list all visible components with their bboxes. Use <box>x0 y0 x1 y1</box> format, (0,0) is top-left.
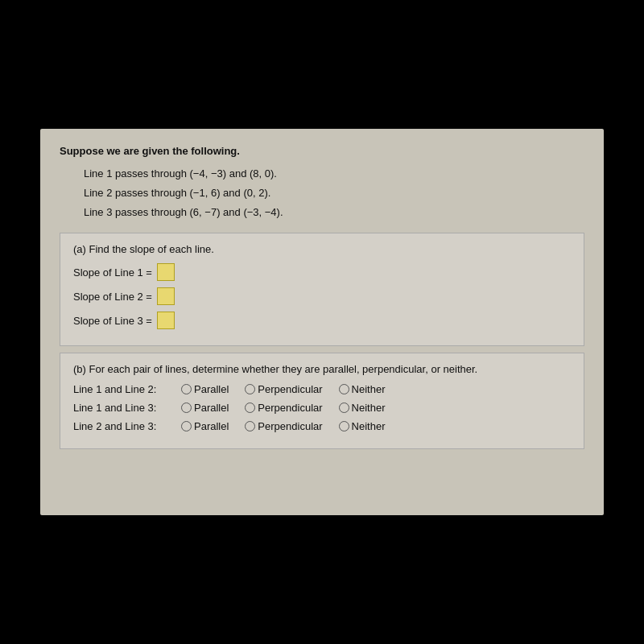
pair-row-2: Line 1 and Line 3: Parallel Perpendicula… <box>73 402 571 414</box>
pair-row-1: Line 1 and Line 2: Parallel Perpendicula… <box>73 383 571 395</box>
pair-1-perpendicular[interactable]: Perpendicular <box>245 383 322 395</box>
pair-row-3: Line 2 and Line 3: Parallel Perpendicula… <box>73 420 571 432</box>
neither-label-2: Neither <box>352 402 386 414</box>
radio-circle <box>245 402 255 413</box>
parallel-label-3: Parallel <box>194 420 229 432</box>
pair-3-parallel[interactable]: Parallel <box>181 420 229 432</box>
radio-circle <box>339 421 349 431</box>
perpendicular-label-2: Perpendicular <box>258 402 322 414</box>
radio-circle <box>181 384 192 394</box>
part-b-box: (b) For each pair of lines, determine wh… <box>60 353 584 449</box>
line-2-info: Line 2 passes through (−1, 6) and (0, 2)… <box>84 184 584 202</box>
slope-1-label: Slope of Line 1 = <box>73 266 152 279</box>
pair-1-parallel[interactable]: Parallel <box>181 383 229 395</box>
slope-row-2: Slope of Line 2 = <box>73 287 571 305</box>
slope-1-input[interactable] <box>157 263 175 281</box>
pair-2-neither[interactable]: Neither <box>339 402 386 414</box>
slope-row-3: Slope of Line 3 = <box>73 312 571 329</box>
pair-3-neither[interactable]: Neither <box>339 420 386 432</box>
radio-circle <box>245 421 255 431</box>
radio-circle <box>245 384 255 394</box>
neither-label-3: Neither <box>352 420 386 432</box>
neither-label-1: Neither <box>352 383 386 395</box>
perpendicular-label-3: Perpendicular <box>258 420 322 432</box>
radio-circle <box>181 421 192 431</box>
line-1-info: Line 1 passes through (−4, −3) and (8, 0… <box>84 165 584 183</box>
part-b-label: (b) For each pair of lines, determine wh… <box>73 363 571 375</box>
part-a-label: (a) Find the slope of each line. <box>73 243 571 255</box>
part-a-box: (a) Find the slope of each line. Slope o… <box>60 233 584 346</box>
pair-2-perpendicular[interactable]: Perpendicular <box>245 402 322 414</box>
pair-1-neither[interactable]: Neither <box>339 383 386 395</box>
slope-3-label: Slope of Line 3 = <box>73 315 152 327</box>
slope-2-label: Slope of Line 2 = <box>73 291 152 303</box>
intro-text: Suppose we are given the following. <box>60 145 584 157</box>
radio-circle <box>339 384 349 394</box>
pair-1-label: Line 1 and Line 2: <box>73 383 178 395</box>
pair-2-parallel[interactable]: Parallel <box>181 402 229 414</box>
parallel-label-1: Parallel <box>194 383 229 395</box>
pair-3-perpendicular[interactable]: Perpendicular <box>245 420 322 432</box>
radio-circle <box>339 402 349 413</box>
slope-2-input[interactable] <box>157 287 175 305</box>
line-3-info: Line 3 passes through (6, −7) and (−3, −… <box>84 204 584 221</box>
line-info: Line 1 passes through (−4, −3) and (8, 0… <box>84 165 584 221</box>
slope-row-1: Slope of Line 1 = <box>73 263 571 281</box>
slope-3-input[interactable] <box>157 312 175 329</box>
radio-circle <box>181 402 192 413</box>
pair-3-label: Line 2 and Line 3: <box>73 420 178 432</box>
perpendicular-label-1: Perpendicular <box>258 383 322 395</box>
pair-2-label: Line 1 and Line 3: <box>73 402 178 414</box>
parallel-label-2: Parallel <box>194 402 229 414</box>
